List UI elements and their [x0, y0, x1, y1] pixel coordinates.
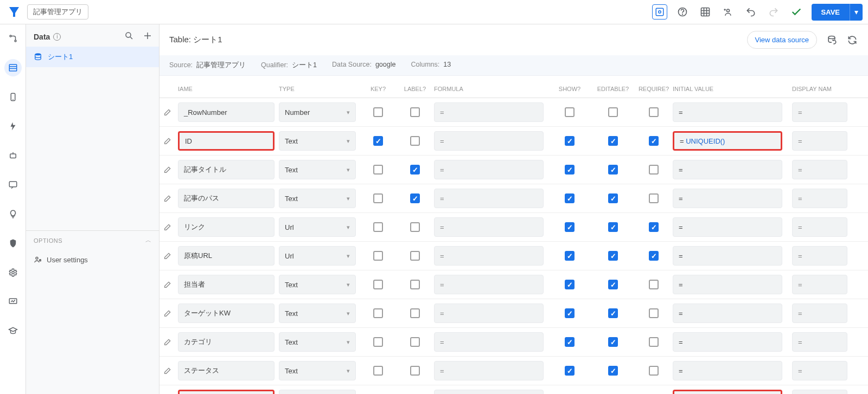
column-name-input[interactable]: ステータス: [178, 361, 275, 380]
checkbox[interactable]: [373, 251, 383, 261]
edit-icon[interactable]: [159, 251, 176, 260]
add-user-icon[interactable]: [720, 4, 736, 20]
column-type-select[interactable]: Text: [279, 361, 356, 380]
checkbox[interactable]: [410, 280, 420, 289]
checkbox[interactable]: [373, 136, 383, 146]
initial-value-input[interactable]: =: [673, 303, 782, 323]
edit-icon[interactable]: [159, 194, 176, 203]
display-name-input[interactable]: =: [792, 390, 847, 394]
checkbox[interactable]: [565, 337, 575, 347]
help-icon[interactable]: [675, 4, 690, 20]
checkbox[interactable]: [608, 366, 618, 376]
checkbox[interactable]: [373, 366, 383, 376]
checkbox[interactable]: [565, 251, 575, 261]
checkbox[interactable]: [649, 366, 659, 376]
rail-intel-icon[interactable]: [4, 205, 22, 223]
checkbox[interactable]: [608, 251, 618, 261]
checkbox[interactable]: [608, 107, 618, 117]
column-name-input[interactable]: 担当者: [178, 275, 275, 294]
rail-connections-icon[interactable]: [4, 30, 22, 47]
formula-input[interactable]: =: [434, 189, 544, 208]
rail-bot-icon[interactable]: [4, 147, 22, 164]
checkbox[interactable]: [410, 337, 420, 347]
checkbox[interactable]: [373, 222, 383, 232]
initial-value-input[interactable]: =: [673, 361, 782, 380]
checkbox[interactable]: [608, 280, 618, 289]
formula-input[interactable]: =: [434, 160, 544, 179]
formula-input[interactable]: =: [434, 303, 544, 323]
initial-value-input[interactable]: =: [673, 217, 782, 237]
checkbox[interactable]: [373, 107, 383, 117]
rail-monitor-icon[interactable]: [4, 293, 22, 311]
checkbox[interactable]: [410, 308, 420, 318]
display-name-input[interactable]: =: [792, 303, 847, 323]
edit-icon[interactable]: [159, 137, 176, 145]
checkbox[interactable]: [373, 337, 383, 347]
refresh-icon[interactable]: [846, 34, 858, 46]
checkbox[interactable]: [373, 193, 383, 203]
column-type-select[interactable]: Text: [279, 160, 356, 179]
checkbox[interactable]: [649, 308, 659, 318]
save-dropdown[interactable]: ▾: [850, 4, 863, 21]
checkbox[interactable]: [649, 251, 659, 261]
options-toggle[interactable]: OPTIONS ︿: [26, 231, 159, 250]
column-name-input[interactable]: 依頼日: [178, 390, 275, 394]
rail-automation-icon[interactable]: [4, 118, 22, 135]
initial-value-input[interactable]: =: [673, 189, 782, 208]
regenerate-icon[interactable]: [826, 34, 838, 46]
app-logo[interactable]: [5, 3, 23, 21]
info-icon[interactable]: i: [53, 33, 61, 41]
column-type-select[interactable]: Url: [279, 217, 356, 237]
formula-input[interactable]: =: [434, 332, 544, 352]
initial-value-input[interactable]: =: [673, 246, 782, 266]
checkbox[interactable]: [649, 222, 659, 232]
edit-icon[interactable]: [159, 165, 176, 174]
display-name-input[interactable]: =: [792, 332, 847, 352]
preview-icon[interactable]: [652, 4, 667, 20]
column-type-select[interactable]: Text: [279, 332, 356, 352]
column-name-input[interactable]: リンク: [178, 217, 275, 237]
rail-security-icon[interactable]: [4, 235, 22, 252]
checkbox[interactable]: [410, 222, 420, 232]
display-name-input[interactable]: =: [792, 160, 847, 179]
column-name-input[interactable]: 記事のパス: [178, 189, 275, 208]
formula-input[interactable]: =: [434, 361, 544, 380]
add-icon[interactable]: [143, 31, 152, 42]
column-name-input[interactable]: 原稿URL: [178, 246, 275, 266]
checkbox[interactable]: [649, 136, 659, 146]
edit-icon[interactable]: [159, 309, 176, 318]
rail-data-icon[interactable]: [4, 59, 22, 76]
save-button[interactable]: SAVE: [812, 4, 850, 21]
app-name-chip[interactable]: 記事管理アプリ: [27, 4, 88, 20]
checkbox[interactable]: [649, 107, 659, 117]
checkbox[interactable]: [649, 165, 659, 175]
checkbox[interactable]: [410, 366, 420, 376]
rail-mobile-icon[interactable]: [4, 88, 22, 106]
checkbox[interactable]: [565, 308, 575, 318]
sheet-item[interactable]: シート1: [26, 47, 159, 67]
checkbox[interactable]: [410, 107, 420, 117]
rail-learn-icon[interactable]: [4, 322, 22, 340]
display-name-input[interactable]: =: [792, 275, 847, 294]
column-type-select[interactable]: Url: [279, 246, 356, 266]
initial-value-input[interactable]: = TODAY(): [673, 390, 782, 394]
edit-icon[interactable]: [159, 338, 176, 346]
display-name-input[interactable]: =: [792, 246, 847, 266]
checkbox[interactable]: [649, 337, 659, 347]
formula-input[interactable]: =: [434, 275, 544, 294]
edit-icon[interactable]: [159, 280, 176, 289]
checkbox[interactable]: [565, 366, 575, 376]
formula-input[interactable]: =: [434, 102, 544, 122]
initial-value-input[interactable]: =: [673, 332, 782, 352]
column-type-select[interactable]: Text: [279, 303, 356, 323]
display-name-input[interactable]: =: [792, 102, 847, 122]
checkbox[interactable]: [608, 222, 618, 232]
checkbox[interactable]: [608, 193, 618, 203]
column-type-select[interactable]: Number: [279, 102, 356, 122]
checkbox[interactable]: [373, 308, 383, 318]
column-name-input[interactable]: 記事タイトル: [178, 160, 275, 179]
initial-value-input[interactable]: =: [673, 275, 782, 294]
checkbox[interactable]: [410, 136, 420, 146]
view-data-source-button[interactable]: View data source: [747, 31, 818, 49]
checkbox[interactable]: [373, 165, 383, 175]
